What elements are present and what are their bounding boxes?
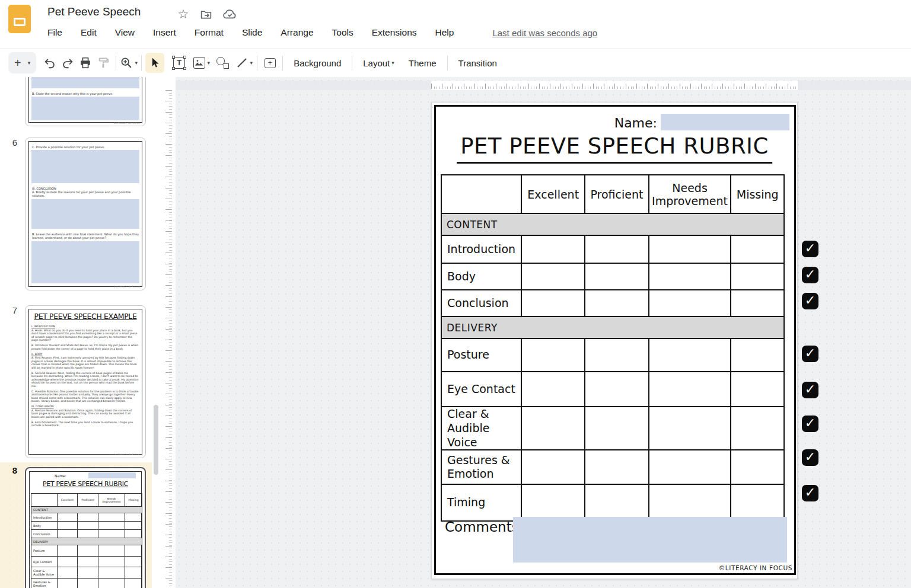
- slide-number-6[interactable]: 6: [8, 138, 21, 148]
- name-input-box[interactable]: [661, 114, 789, 130]
- chevron-down-icon: ▾: [391, 60, 394, 66]
- menu-format[interactable]: Format: [195, 27, 224, 38]
- answer-box: [31, 241, 139, 283]
- checkmark-gestures-emotion[interactable]: ✓: [802, 449, 818, 466]
- layout-button[interactable]: Layout▾: [356, 53, 402, 73]
- toolbar-divider: [116, 56, 116, 71]
- slide-thumbnail-7[interactable]: PET PEEVE SPEECH EXAMPLE I. INTRODUCTION…: [25, 305, 146, 458]
- menu-slide[interactable]: Slide: [242, 27, 262, 38]
- cloud-saved-icon[interactable]: [222, 7, 237, 21]
- thumb6-text: A. Briefly restate the reasons for your …: [32, 190, 141, 197]
- slide-thumbnail-6[interactable]: C. Provide a possible solution for your …: [25, 138, 146, 290]
- chevron-down-icon[interactable]: ▾: [250, 60, 253, 66]
- slide-canvas: Name: PET PEEVE SPEECH RUBRIC Excellent …: [176, 77, 911, 588]
- row-conclusion: Conclusion: [441, 290, 784, 317]
- toolbar: + ▾ ▾ T ▾: [0, 49, 911, 77]
- checkmark-body[interactable]: ✓: [802, 267, 818, 283]
- thumb7-title: PET PEEVE SPEECH EXAMPLE: [26, 312, 145, 321]
- rubric-cell-empty: [441, 175, 521, 213]
- menu-insert[interactable]: Insert: [153, 27, 176, 38]
- background-button[interactable]: Background: [286, 53, 348, 73]
- row-eye-contact: Eye Contact: [441, 372, 784, 407]
- checkmark-clear-audible-voice[interactable]: ✓: [802, 416, 818, 432]
- move-to-folder-icon[interactable]: [199, 7, 213, 21]
- insert-shape-button[interactable]: [214, 53, 232, 73]
- slide-thumbnail-8-selected[interactable]: Name: PET PEEVE SPEECH RUBRIC ExcellentP…: [25, 467, 146, 588]
- menu-extensions[interactable]: Extensions: [372, 27, 417, 38]
- watermark: ©LITERACY IN FOCUS: [719, 564, 792, 571]
- row-clear-audible-voice: Clear & Audible Voice: [441, 407, 784, 450]
- menu-edit[interactable]: Edit: [81, 27, 97, 38]
- chevron-down-icon[interactable]: ▾: [207, 60, 210, 66]
- slide-number-8[interactable]: 8: [8, 465, 21, 475]
- section-content-label: CONTENT: [441, 213, 784, 235]
- thumb8-title: PET PEEVE SPEECH RUBRIC: [26, 480, 145, 488]
- toolbar-divider: [282, 56, 283, 71]
- comments-input-box[interactable]: [513, 517, 787, 563]
- thumb6-text: B. Leave the audience with one final sta…: [32, 232, 141, 239]
- filmstrip-scrollbar[interactable]: [154, 405, 158, 475]
- toolbar-divider: [141, 56, 142, 71]
- checkmark-introduction[interactable]: ✓: [802, 241, 818, 257]
- section-delivery-label: DELIVERY: [441, 317, 784, 338]
- document-title[interactable]: Pet Peeve Speech: [47, 5, 141, 18]
- last-edit-link[interactable]: Last edit was seconds ago: [492, 28, 597, 38]
- answer-box: [31, 199, 139, 229]
- thumb8-rubric-table: ExcellentProficientNeeds ImprovementMiss…: [31, 493, 142, 588]
- watermark: ©LITERACY IN FOCUS: [113, 122, 140, 124]
- star-icon[interactable]: ☆: [176, 7, 190, 21]
- menu-view[interactable]: View: [115, 27, 135, 38]
- rubric-header-row: Excellent Proficient Needs Improvement M…: [441, 175, 784, 213]
- thumb7-body: I. INTRODUCTION A. Hook: What do you do …: [26, 325, 145, 429]
- col-needs-improvement: Needs Improvement: [649, 175, 731, 213]
- comments-label[interactable]: Comments:: [445, 519, 523, 535]
- answer-box: [31, 77, 139, 88]
- new-slide-button[interactable]: + ▾: [8, 52, 36, 74]
- comment-icon: +: [265, 58, 276, 68]
- chevron-down-icon[interactable]: ▾: [28, 60, 31, 66]
- menu-help[interactable]: Help: [435, 27, 454, 38]
- zoom-button[interactable]: ▾: [120, 53, 138, 73]
- chevron-down-icon[interactable]: ▾: [135, 60, 138, 66]
- answer-box: [31, 97, 139, 120]
- insert-image-button[interactable]: ▾: [193, 53, 211, 73]
- text-box-button[interactable]: T: [170, 53, 188, 73]
- row-gestures-emotion: Gestures & Emotion: [441, 450, 784, 484]
- undo-button[interactable]: [41, 53, 59, 73]
- checkmark-conclusion[interactable]: ✓: [802, 293, 818, 309]
- checkmark-timing[interactable]: ✓: [802, 485, 818, 501]
- watermark: ©LITERACY IN FOCUS: [113, 453, 140, 456]
- line-icon: [238, 58, 247, 68]
- section-delivery-row: DELIVERY: [441, 317, 784, 338]
- add-comment-button[interactable]: +: [261, 53, 279, 73]
- slide-page[interactable]: Name: PET PEEVE SPEECH RUBRIC Excellent …: [431, 102, 798, 579]
- redo-button[interactable]: [59, 53, 77, 73]
- section-content-row: CONTENT: [441, 213, 784, 235]
- app-header: Pet Peeve Speech ☆ File Edit View Insert…: [0, 0, 911, 49]
- slide-thumbnail-5[interactable]: B. State the second reason why this is y…: [25, 77, 146, 126]
- col-proficient: Proficient: [585, 175, 649, 213]
- rubric-table[interactable]: Excellent Proficient Needs Improvement M…: [441, 174, 785, 522]
- menu-bar: File Edit View Insert Format Slide Arran…: [47, 27, 597, 38]
- plus-icon: +: [14, 57, 21, 69]
- transition-button[interactable]: Transition: [451, 53, 504, 73]
- slide-filmstrip: B. State the second reason why this is y…: [0, 77, 160, 588]
- paint-format-button[interactable]: [94, 53, 112, 73]
- toolbar-divider: [257, 56, 257, 71]
- col-excellent: Excellent: [521, 175, 585, 213]
- checkmark-eye-contact[interactable]: ✓: [802, 382, 818, 398]
- select-tool-button[interactable]: [145, 53, 164, 73]
- insert-line-button[interactable]: ▾: [235, 53, 253, 73]
- print-button[interactable]: [77, 53, 94, 73]
- menu-tools[interactable]: Tools: [332, 27, 353, 38]
- toolbar-divider: [352, 56, 352, 71]
- rubric-title[interactable]: PET PEEVE SPEECH RUBRIC: [457, 133, 772, 164]
- checkmark-posture[interactable]: ✓: [802, 346, 818, 362]
- slides-logo-icon[interactable]: [8, 5, 31, 33]
- menu-file[interactable]: File: [47, 27, 62, 38]
- slide-number-7[interactable]: 7: [8, 305, 21, 315]
- menu-arrange[interactable]: Arrange: [281, 27, 313, 38]
- row-body: Body: [441, 263, 784, 290]
- theme-button[interactable]: Theme: [402, 53, 444, 73]
- name-label[interactable]: Name:: [580, 116, 657, 130]
